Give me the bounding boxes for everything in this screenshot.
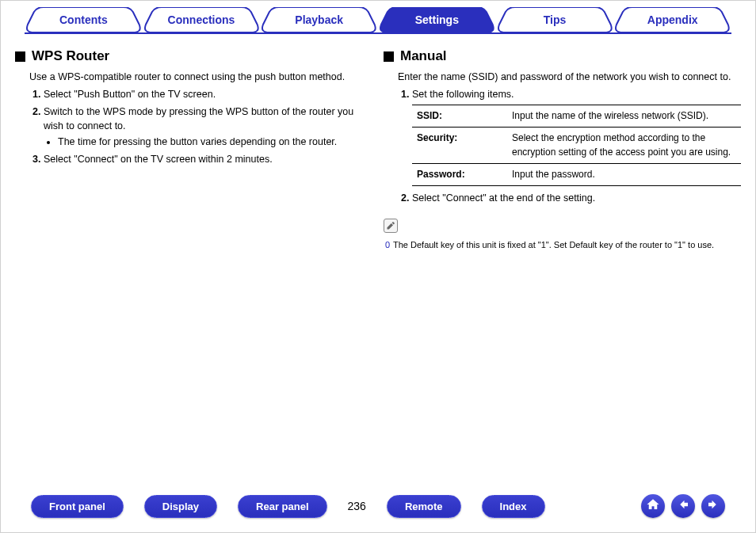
tab-label: Connections — [168, 13, 235, 26]
square-bullet-icon — [15, 51, 25, 62]
tab-settings[interactable]: Settings — [378, 7, 496, 32]
manual-section: Manual Enter the name (SSID) and passwor… — [384, 47, 741, 255]
security-value: Select the encryption method according t… — [507, 128, 741, 164]
bottom-nav: Front panel Display Rear panel 236 Remot… — [1, 494, 755, 518]
wps-step-3: Select "Connect" on the TV screen within… — [44, 152, 372, 166]
tab-label: Appendix — [647, 13, 698, 26]
wps-router-section: WPS Router Use a WPS-compatible router t… — [15, 47, 372, 255]
square-bullet-icon — [384, 51, 394, 62]
heading-text: Manual — [400, 47, 447, 67]
arrow-right-icon — [706, 497, 720, 515]
next-page-button[interactable] — [701, 494, 725, 518]
remote-button[interactable]: Remote — [387, 495, 461, 518]
password-value: Input the password. — [507, 164, 741, 186]
wps-step-2-text: Switch to the WPS mode by pressing the W… — [44, 106, 353, 131]
tab-label: Tips — [544, 13, 567, 26]
wps-router-heading: WPS Router — [15, 47, 372, 67]
manual-steps: Set the following items. — [398, 87, 741, 101]
pencil-note-icon — [384, 219, 398, 233]
ssid-key: SSID: — [412, 105, 507, 127]
tab-label: Settings — [415, 13, 459, 26]
password-key: Password: — [412, 164, 507, 186]
manual-step-1-text: Set the following items. — [412, 89, 514, 100]
prev-page-button[interactable] — [671, 494, 695, 518]
tab-underline — [25, 32, 731, 34]
content-area: WPS Router Use a WPS-compatible router t… — [1, 42, 755, 255]
wps-step-2-bullet: The time for pressing the button varies … — [58, 135, 372, 149]
ssid-value: Input the name of the wireless network (… — [507, 105, 741, 127]
index-button[interactable]: Index — [482, 495, 545, 518]
tab-connections[interactable]: Connections — [143, 7, 261, 32]
manual-steps-cont: Select "Connect" at the end of the setti… — [398, 191, 741, 205]
tab-playback[interactable]: Playback — [260, 7, 378, 32]
security-key: Security: — [412, 128, 507, 164]
display-button[interactable]: Display — [144, 495, 217, 518]
manual-heading: Manual — [384, 47, 741, 67]
table-row: Security: Select the encryption method a… — [412, 128, 741, 164]
tab-tips[interactable]: Tips — [496, 7, 614, 32]
manual-step-2: Select "Connect" at the end of the setti… — [412, 191, 741, 205]
note-box: The Default key of this unit is fixed at… — [384, 219, 741, 252]
wps-step-1: Select "Push Button" on the TV screen. — [44, 87, 372, 101]
table-row: Password: Input the password. — [412, 164, 741, 186]
manual-intro: Enter the name (SSID) and password of th… — [398, 70, 741, 84]
settings-table: SSID: Input the name of the wireless net… — [412, 105, 741, 187]
rear-panel-button[interactable]: Rear panel — [238, 495, 326, 518]
arrow-left-icon — [676, 497, 690, 515]
manual-step-1: Set the following items. — [412, 87, 741, 101]
wps-intro: Use a WPS-compatible router to connect u… — [29, 70, 372, 84]
front-panel-button[interactable]: Front panel — [31, 495, 124, 518]
page-number: 236 — [348, 500, 366, 512]
wps-step-2: Switch to the WPS mode by pressing the W… — [44, 105, 372, 149]
wps-steps: Select "Push Button" on the TV screen. S… — [29, 87, 372, 167]
tab-label: Contents — [59, 13, 108, 26]
heading-text: WPS Router — [32, 47, 109, 67]
table-row: SSID: Input the name of the wireless net… — [412, 105, 741, 127]
tab-contents[interactable]: Contents — [25, 7, 143, 32]
home-icon — [646, 497, 660, 515]
note-bullet: The Default key of this unit is fixed at… — [385, 239, 741, 252]
round-nav-buttons — [641, 494, 725, 518]
home-button[interactable] — [641, 494, 665, 518]
wps-step-2-sub: The time for pressing the button varies … — [44, 135, 372, 149]
tab-label: Playback — [295, 13, 343, 26]
tab-appendix[interactable]: Appendix — [613, 7, 731, 32]
note-bullets: The Default key of this unit is fixed at… — [385, 239, 741, 252]
top-tab-bar: Contents Connections Playback Settings T… — [25, 7, 731, 32]
